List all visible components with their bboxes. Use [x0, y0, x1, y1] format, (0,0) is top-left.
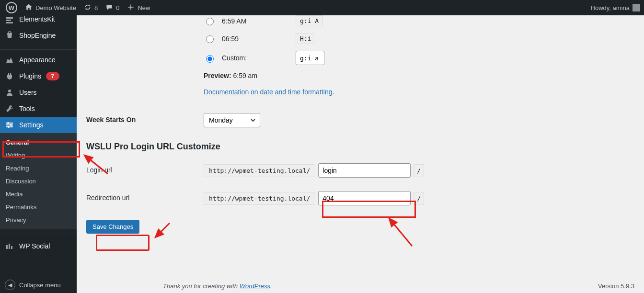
submenu-general[interactable]: General — [0, 136, 77, 149]
svg-point-9 — [8, 126, 10, 128]
submenu-media[interactable]: Media — [0, 188, 77, 201]
redirect-url-prefix: http://wpmet-testing.local/ — [204, 192, 315, 205]
wslu-section-heading: WSLU Pro Login URL Customize — [86, 142, 634, 152]
sidebar-label: WP Social — [19, 242, 50, 250]
sidebar-label: Settings — [19, 121, 44, 129]
footer-thankyou: Thank you for creating with WordPress. — [163, 282, 272, 290]
submenu-permalinks[interactable]: Permalinks — [0, 201, 77, 214]
updates-menu[interactable]: 8 — [80, 0, 102, 15]
redirect-url-suffix: / — [414, 192, 424, 205]
svg-rect-10 — [6, 245, 8, 249]
sidebar-label: Appearance — [19, 56, 56, 64]
comments-menu[interactable]: 0 — [102, 0, 123, 15]
time-format-custom-input[interactable] — [296, 51, 324, 65]
time-format-label — [86, 15, 204, 105]
save-changes-button[interactable]: Save Changes — [86, 220, 139, 234]
elementskit-icon — [5, 15, 14, 25]
time-format-preview: Preview: 6:59 am — [204, 72, 634, 79]
avatar-icon — [632, 4, 640, 11]
sidebar-label: Users — [19, 89, 37, 96]
settings-submenu: General Writing Reading Discussion Media… — [0, 133, 77, 229]
account-menu[interactable]: Howdy, amina — [589, 0, 644, 15]
sidebar-label: Tools — [19, 105, 35, 113]
sidebar-item-tools[interactable]: Tools — [0, 101, 77, 117]
plugins-update-badge: 7 — [46, 72, 59, 80]
tools-icon — [5, 104, 14, 113]
admin-sidebar: ElementsKit ShopEngine Appearance Plugin… — [0, 15, 77, 293]
time-format-option-label: 6:59 AM — [222, 17, 289, 25]
home-icon — [25, 3, 33, 12]
submenu-privacy[interactable]: Privacy — [0, 214, 77, 226]
submenu-discussion[interactable]: Discussion — [0, 175, 77, 188]
appearance-icon — [5, 55, 14, 65]
admin-footer: Thank you for creating with WordPress. V… — [163, 279, 634, 293]
wordpress-link[interactable]: WordPress — [240, 282, 270, 290]
submenu-reading[interactable]: Reading — [0, 162, 77, 175]
week-starts-on-label: Week Starts On — [86, 113, 204, 127]
new-content-label: New — [138, 4, 150, 11]
update-icon — [84, 3, 92, 12]
svg-point-3 — [8, 90, 11, 92]
site-name-label: Demo Website — [35, 4, 76, 11]
wp-logo-menu[interactable]: W — [0, 0, 21, 15]
wordpress-logo-icon: W — [6, 2, 17, 13]
time-format-option-code: H:i — [296, 33, 315, 44]
plus-icon — [127, 3, 135, 12]
redirect-url-input[interactable] — [318, 191, 411, 205]
main-content: 6:59 AM g:i A 06:59 H:i Custom: Pre — [77, 15, 644, 293]
week-starts-on-select[interactable]: Monday — [204, 113, 260, 127]
sidebar-label: ElementsKit — [19, 15, 55, 23]
collapse-menu-button[interactable]: ◀ Collapse menu — [0, 277, 86, 293]
sidebar-item-shopengine[interactable]: ShopEngine — [0, 26, 77, 45]
time-format-option-code: g:i A — [296, 15, 323, 26]
svg-point-8 — [10, 124, 12, 126]
howdy-label: Howdy, amina — [591, 4, 630, 11]
comments-count: 0 — [116, 4, 119, 11]
sidebar-item-elementskit[interactable]: ElementsKit — [0, 15, 77, 26]
site-name-menu[interactable]: Demo Website — [21, 0, 80, 15]
redirect-url-label: Redirection url — [86, 191, 204, 205]
time-format-radio-custom[interactable] — [206, 55, 214, 63]
svg-point-7 — [7, 122, 9, 124]
collapse-label: Collapse menu — [19, 282, 61, 289]
sidebar-item-wpsocial[interactable]: WP Social — [0, 236, 77, 256]
sidebar-label: Plugins — [19, 72, 41, 80]
login-url-label: Login url — [86, 163, 204, 178]
comment-icon — [105, 3, 113, 12]
time-format-radio-hi[interactable] — [206, 35, 214, 43]
svg-rect-11 — [9, 244, 10, 249]
collapse-icon: ◀ — [5, 280, 15, 290]
date-time-doc-link[interactable]: Documentation on date and time formattin… — [204, 88, 333, 96]
time-format-option-label: Custom: — [222, 54, 289, 62]
sidebar-item-plugins[interactable]: Plugins 7 — [0, 68, 77, 84]
submenu-writing[interactable]: Writing — [0, 149, 77, 162]
svg-rect-1 — [6, 20, 11, 21]
new-content-menu[interactable]: New — [123, 0, 154, 15]
time-format-option-label: 06:59 — [222, 35, 289, 43]
shopengine-icon — [5, 31, 14, 40]
settings-icon — [5, 120, 14, 130]
footer-version: Version 5.9.3 — [598, 282, 634, 290]
svg-rect-0 — [6, 17, 13, 19]
login-url-prefix: http://wpmet-testing.local/ — [204, 164, 315, 177]
sidebar-item-users[interactable]: Users — [0, 84, 77, 101]
login-url-input[interactable] — [318, 163, 411, 178]
updates-count: 8 — [94, 4, 98, 11]
sidebar-label: ShopEngine — [19, 32, 56, 39]
admin-bar: W Demo Website 8 0 New — [0, 0, 644, 15]
svg-rect-12 — [11, 246, 12, 249]
sidebar-item-appearance[interactable]: Appearance — [0, 52, 77, 68]
wpsocial-icon — [5, 241, 14, 251]
plugins-icon — [5, 71, 14, 81]
users-icon — [5, 88, 14, 97]
sidebar-item-settings[interactable]: Settings — [0, 117, 77, 133]
login-url-suffix: / — [414, 164, 424, 177]
svg-rect-2 — [6, 22, 13, 23]
time-format-radio-gia[interactable] — [206, 18, 214, 25]
